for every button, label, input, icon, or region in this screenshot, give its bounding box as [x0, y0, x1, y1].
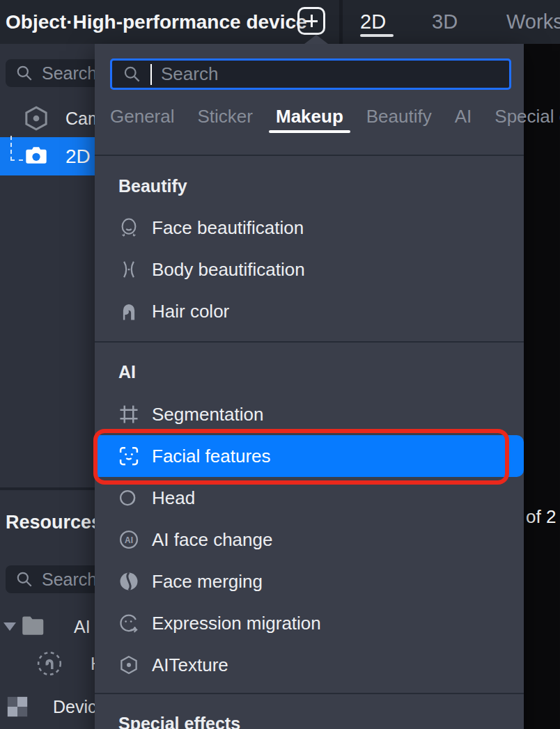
tab-makeup[interactable]: Makeup [276, 105, 343, 133]
search-icon [15, 64, 33, 82]
divider [95, 341, 524, 343]
object-search-input[interactable]: Search [6, 59, 95, 87]
active-tab-underline [360, 34, 394, 37]
menu-item-expression-migration[interactable]: Expression migration [95, 602, 524, 644]
tree-item-camera[interactable]: Camera [0, 103, 95, 134]
menu-item-aitexture[interactable]: AITexture [95, 644, 524, 686]
menu-item-label: Hair color [152, 301, 229, 322]
head-icon [118, 487, 139, 508]
body-beautification-icon [118, 259, 139, 280]
menu-item-facial-features[interactable]: Facial features [95, 435, 524, 477]
sidebar-divider [0, 487, 95, 490]
add-object-dropdown: Search General Sticker Makeup Beautify A… [95, 44, 524, 729]
folder-icon [21, 615, 46, 637]
search-icon [15, 570, 33, 588]
menu-item-body-beautification[interactable]: Body beautification [95, 249, 524, 290]
tree-item-label: 2D [65, 137, 91, 175]
divider [95, 155, 524, 156]
resource-label: AI [74, 613, 91, 640]
dropdown-search-placeholder: Search [161, 63, 218, 85]
face-beautification-icon [118, 217, 139, 238]
menu-item-label: AI face change [152, 529, 272, 551]
section-header-ai: AI [118, 362, 136, 382]
app-window: of 2 Search Camera 2D Resources [0, 0, 560, 729]
text-cursor [150, 64, 152, 85]
resource-folder-ai[interactable]: AI [0, 613, 95, 640]
tab-sticker[interactable]: Sticker [198, 105, 253, 133]
menu-item-label: Face merging [152, 571, 263, 593]
topbar-divider [339, 0, 343, 44]
menu-item-label: Body beautification [152, 259, 305, 281]
tab-beautify[interactable]: Beautify [366, 105, 432, 133]
page-title: Object·High-performance device [6, 0, 307, 44]
dropdown-caret [304, 35, 328, 44]
menu-item-ai-face-change[interactable]: AI AI face change [95, 519, 524, 561]
ai-face-change-icon: AI [118, 529, 139, 550]
category-tabs: General Sticker Makeup Beautify AI Speci… [110, 105, 560, 133]
top-bar: Object·High-performance device 2D 3D Wor… [0, 0, 560, 44]
tab-2d[interactable]: 2D [360, 0, 386, 44]
divider [95, 693, 524, 694]
menu-item-head[interactable]: Head [95, 477, 524, 519]
menu-item-label: Head [152, 487, 195, 509]
tree-item-2d-selected[interactable]: 2D [0, 137, 95, 175]
menu-item-face-merging[interactable]: Face merging [95, 561, 524, 602]
add-object-button[interactable] [297, 7, 325, 35]
resource-item-device[interactable]: Device [0, 693, 95, 720]
device-grid-icon [6, 695, 29, 719]
object-tree-sidebar: Search Camera 2D Resources Search [0, 44, 95, 729]
tree-item-label: Camera [65, 109, 95, 129]
tab-general[interactable]: General [110, 105, 175, 133]
caret-down-icon[interactable] [3, 622, 16, 631]
menu-item-face-beautification[interactable]: Face beautification [95, 207, 524, 249]
resource-label: Device [53, 693, 95, 720]
section-header-beautify: Beautify [118, 176, 187, 196]
tab-ai[interactable]: AI [455, 105, 472, 133]
face-merging-icon [118, 571, 139, 592]
resources-search-input[interactable]: Search [6, 565, 95, 593]
resource-item-hair[interactable]: Hair [0, 650, 95, 677]
camera-icon [25, 146, 47, 166]
menu-item-hair-color[interactable]: Hair color [95, 290, 524, 332]
hair-color-icon [118, 301, 139, 322]
dropdown-search-input[interactable]: Search [110, 58, 511, 90]
tree-connector [10, 136, 23, 161]
object-search-placeholder: Search [42, 63, 95, 84]
hexagon-target-icon [22, 104, 50, 132]
menu-item-label: Segmentation [152, 404, 263, 425]
plus-icon [305, 20, 318, 22]
tab-special-effects[interactable]: Special effects [495, 105, 560, 133]
search-icon [123, 65, 141, 84]
ai-icon-text: AI [125, 535, 133, 545]
expression-migration-icon [118, 613, 139, 634]
menu-item-segmentation[interactable]: Segmentation [95, 393, 524, 435]
menu-item-label: AITexture [152, 654, 228, 676]
section-header-special-effects: Special effects [118, 714, 240, 729]
facial-features-icon [118, 446, 139, 467]
resources-panel-title: Resources [6, 512, 95, 533]
menu-item-label: Facial features [152, 446, 271, 467]
tab-workspace[interactable]: Workspace [506, 0, 560, 44]
menu-item-label: Expression migration [152, 613, 321, 634]
segmentation-icon [118, 404, 139, 425]
hair-resource-icon [36, 650, 63, 677]
menu-item-label: Face beautification [152, 217, 304, 239]
tab-3d[interactable]: 3D [432, 0, 458, 44]
viewport-page-indicator: of 2 [526, 506, 556, 528]
aitexture-icon [118, 654, 139, 675]
resources-search-placeholder: Search [42, 570, 95, 590]
